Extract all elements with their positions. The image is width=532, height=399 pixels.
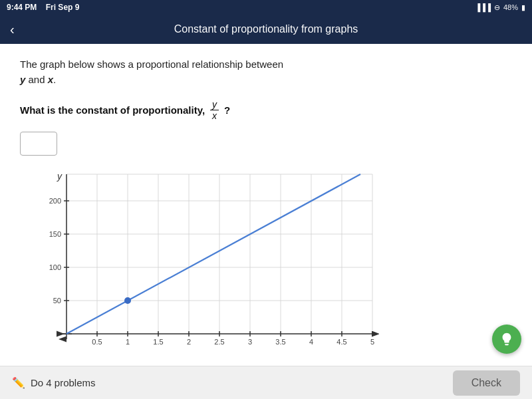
- x-tick-1: 1: [126, 338, 130, 346]
- status-icons: ▐▐▐ ⊖ 48% ▮: [475, 3, 525, 12]
- x-tick-1.5: 1.5: [153, 338, 163, 346]
- proportionality-graph: 50 100 150 200 0.5 1 1.5 2 2: [33, 168, 379, 360]
- y-tick-150: 150: [49, 230, 61, 238]
- page-title: Constant of proportionality from graphs: [174, 23, 358, 35]
- main-content: The graph below shows a proportional rel…: [0, 44, 532, 366]
- check-button[interactable]: Check: [453, 370, 520, 396]
- description-text: The graph below shows a proportional rel…: [20, 59, 283, 70]
- x-tick-2.5: 2.5: [214, 338, 224, 346]
- bottom-bar: ✏️ Do 4 problems Check: [0, 366, 532, 399]
- hint-button[interactable]: [492, 325, 521, 354]
- answer-input[interactable]: [20, 132, 57, 156]
- proportion-line: [66, 174, 360, 334]
- graph-container: 50 100 150 200 0.5 1 1.5 2 2: [33, 168, 512, 360]
- x-tick-3: 3: [248, 338, 252, 346]
- battery-text: 48%: [503, 3, 518, 11]
- variable-x: x: [48, 74, 53, 85]
- x-tick-3.5: 3.5: [275, 338, 285, 346]
- status-time-date: 9:44 PM Fri Sep 9: [7, 3, 79, 12]
- question-text: What is the constant of proportionality,…: [20, 99, 512, 121]
- do-problems-text: Do 4 problems: [31, 377, 96, 388]
- fraction-numerator: y: [210, 99, 219, 110]
- x-tick-4: 4: [309, 338, 313, 346]
- x-tick-5: 5: [370, 338, 374, 346]
- signal-icon: ▐▐▐: [475, 3, 491, 11]
- battery-icon: ▮: [521, 3, 525, 12]
- lightbulb-icon: [499, 332, 514, 346]
- status-time: 9:44 PM: [7, 3, 37, 12]
- x-tick-0.5: 0.5: [92, 338, 102, 346]
- wifi-icon: ⊖: [494, 3, 500, 12]
- problem-description: The graph below shows a proportional rel…: [20, 57, 512, 87]
- question-suffix: ?: [224, 104, 230, 116]
- back-button[interactable]: ‹: [10, 22, 15, 37]
- y-tick-100: 100: [49, 263, 61, 271]
- status-date: Fri Sep 9: [46, 3, 80, 12]
- graph-point: [124, 297, 131, 304]
- status-bar: 9:44 PM Fri Sep 9 ▐▐▐ ⊖ 48% ▮: [0, 0, 532, 15]
- x-tick-4.5: 4.5: [336, 338, 346, 346]
- fraction-denominator: x: [210, 110, 219, 121]
- y-tick-50: 50: [53, 297, 61, 305]
- x-tick-2: 2: [187, 338, 191, 346]
- fraction-display: y x: [210, 99, 219, 121]
- do-problems-section: ✏️ Do 4 problems: [12, 376, 96, 389]
- y-tick-200: 200: [49, 197, 61, 205]
- and-text: and: [29, 74, 45, 85]
- question-prefix: What is the constant of proportionality,: [20, 104, 205, 116]
- variable-y: y: [20, 74, 25, 85]
- app-header: ‹ Constant of proportionality from graph…: [0, 15, 532, 44]
- y-axis-label: y: [57, 171, 63, 182]
- pencil-icon: ✏️: [12, 376, 25, 389]
